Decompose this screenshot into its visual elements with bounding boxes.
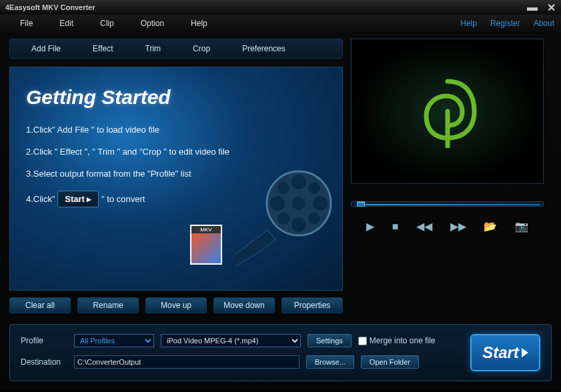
svg-point-6 [277, 182, 290, 194]
menu-help[interactable]: Help [177, 16, 221, 31]
toolbar: Add File Effect Trim Crop Preferences [9, 39, 343, 59]
menu-clip[interactable]: Clip [87, 16, 127, 31]
gs-step-1: 1.Click" Add File " to load video file [26, 125, 326, 135]
start-button[interactable]: Start [470, 334, 540, 371]
svg-point-2 [292, 175, 306, 189]
link-register[interactable]: Register [490, 19, 520, 28]
stop-icon[interactable]: ■ [392, 221, 399, 233]
profile-category-select[interactable]: All Profiles [74, 334, 154, 347]
player-controls: ▶ ■ ◀◀ ▶▶ 📂 📷 [351, 220, 544, 233]
play-icon[interactable]: ▶ [366, 220, 374, 233]
toolbar-effect[interactable]: Effect [77, 44, 129, 53]
destination-label: Destination [21, 357, 67, 367]
output-settings-box: Profile All Profiles iPod Video MPEG-4 (… [9, 324, 552, 381]
prev-icon[interactable]: ◀◀ [416, 220, 432, 233]
svg-point-9 [308, 213, 320, 225]
snapshot-icon[interactable]: 📷 [515, 220, 528, 233]
profile-label: Profile [21, 336, 67, 345]
browse-button[interactable]: Browse... [306, 355, 354, 369]
svg-point-8 [277, 213, 290, 225]
menubar: File Edit Clip Option Help Help Register… [0, 15, 561, 32]
properties-button[interactable]: Properties [282, 297, 343, 313]
preview-area [351, 39, 544, 184]
svg-point-4 [270, 196, 285, 211]
seek-slider[interactable] [351, 201, 544, 207]
merge-checkbox-label[interactable]: Merge into one file [358, 336, 436, 345]
link-about[interactable]: About [534, 19, 554, 28]
merge-checkbox[interactable] [358, 337, 367, 345]
open-folder-button[interactable]: Open Folder [361, 355, 419, 369]
list-action-row: Clear all Rename Move up Move down Prope… [9, 297, 343, 313]
link-help[interactable]: Help [460, 19, 477, 28]
menu-edit[interactable]: Edit [46, 16, 87, 31]
titlebar: 4Easysoft MKV Converter ▬ ✕ [0, 0, 561, 15]
move-down-button[interactable]: Move down [213, 297, 275, 313]
rename-button[interactable]: Rename [77, 297, 139, 313]
seek-handle[interactable] [357, 201, 365, 207]
toolbar-preferences[interactable]: Preferences [226, 44, 302, 53]
open-icon[interactable]: 📂 [484, 220, 497, 233]
svg-point-3 [292, 217, 306, 232]
file-list-area: Getting Started 1.Click" Add File " to l… [9, 67, 343, 291]
getting-started-title: Getting Started [26, 86, 326, 109]
mkv-file-icon: MKV [190, 225, 222, 265]
menu-file[interactable]: File [7, 16, 46, 31]
close-icon[interactable]: ✕ [547, 1, 556, 14]
settings-button[interactable]: Settings [308, 334, 352, 347]
svg-point-1 [292, 197, 306, 210]
clear-all-button[interactable]: Clear all [9, 297, 71, 313]
destination-input[interactable] [74, 355, 300, 369]
svg-point-7 [308, 182, 320, 194]
gs-start-example-button: Start ▸ [57, 191, 99, 207]
play-triangle-icon [522, 348, 528, 357]
profile-format-select[interactable]: iPod Video MPEG-4 (*.mp4) [161, 334, 301, 347]
minimize-icon[interactable]: ▬ [527, 1, 538, 13]
toolbar-crop[interactable]: Crop [177, 44, 226, 53]
move-up-button[interactable]: Move up [145, 297, 207, 313]
brand-logo-icon [414, 75, 481, 148]
svg-point-5 [313, 196, 328, 211]
app-title: 4Easysoft MKV Converter [5, 3, 95, 11]
toolbar-addfile[interactable]: Add File [15, 44, 77, 53]
menu-option[interactable]: Option [127, 16, 177, 31]
gs-step-2: 2.Click " Effect ", " Trim " and "Crop "… [26, 147, 326, 157]
next-icon[interactable]: ▶▶ [450, 220, 466, 233]
film-reel-icon [235, 157, 336, 277]
toolbar-trim[interactable]: Trim [129, 44, 177, 53]
